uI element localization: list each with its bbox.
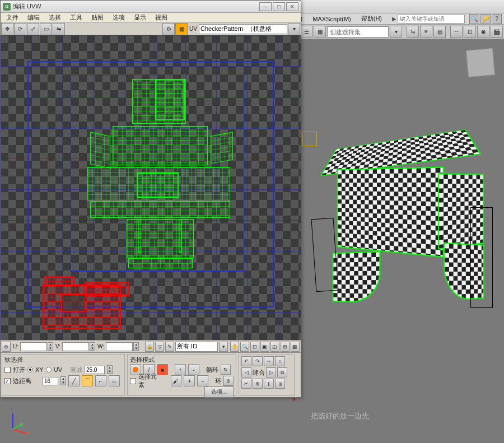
falloff-spinner[interactable]: ▲▼ (107, 365, 113, 374)
show-map-icon[interactable]: ▦ (175, 23, 188, 35)
info-icon[interactable]: ? (492, 14, 502, 24)
uv-selected-shell-window-hole[interactable] (61, 294, 86, 312)
u-input[interactable] (20, 342, 47, 351)
texture-dropdown-arrow-icon[interactable]: ▾ (288, 23, 300, 35)
falloff-linear-icon[interactable]: ╱ (68, 375, 80, 386)
flip-h-icon[interactable]: ↔ (264, 356, 274, 366)
menu-select[interactable]: 选择 (44, 12, 66, 23)
uv-shell-lower[interactable] (127, 219, 194, 258)
loop-button-icon[interactable]: ↻ (221, 365, 231, 375)
scale-tool-icon[interactable]: ⤢ (27, 23, 39, 35)
grid-snap-icon[interactable]: ▦ (291, 342, 300, 352)
paint-select-icon[interactable]: 🖌 (171, 375, 182, 386)
align-v-icon[interactable]: ⫼ (275, 379, 285, 389)
move-tool-icon[interactable]: ✥ (1, 23, 13, 35)
tool-align-icon[interactable]: ≡ (420, 26, 432, 38)
menu-maxscript[interactable]: MAXScript(M) (308, 15, 355, 24)
ring-button-icon[interactable]: ⊚ (223, 376, 234, 386)
options-button[interactable]: 选项... (204, 386, 234, 398)
filter-sel-icon[interactable]: ▽ (155, 342, 164, 352)
stitch-tool-icon[interactable]: ⧉ (277, 367, 287, 377)
stitch-left-icon[interactable]: ◁ (241, 367, 251, 377)
falloff-slow-icon[interactable]: ⌐ (95, 375, 106, 386)
xy-radio[interactable] (27, 367, 33, 372)
tool-curve-editor-icon[interactable]: 〰 (450, 26, 463, 38)
falloff-fast-icon[interactable]: ⌙ (109, 375, 120, 386)
stitch-right-icon[interactable]: ▷ (266, 367, 276, 377)
uv-shell-strut-left[interactable] (138, 219, 141, 253)
zoom-region-icon[interactable]: ⊡ (250, 342, 259, 352)
paint-shrink-icon[interactable]: - (197, 375, 208, 386)
uv-radio[interactable] (46, 367, 52, 372)
menu-texture[interactable]: 贴图 (87, 12, 108, 23)
tool-render-setup-icon[interactable]: 🎬 (491, 26, 503, 38)
w-input[interactable] (106, 342, 133, 351)
lock-sel-icon[interactable]: 🔒 (145, 342, 154, 352)
menu-options[interactable]: 选项 (108, 12, 129, 23)
uv-shell-bumper[interactable] (90, 201, 230, 218)
rotate-ccw-icon[interactable]: ↶ (241, 356, 251, 366)
abs-rel-toggle-icon[interactable]: ⊕ (2, 342, 11, 352)
uv-shell-side-left[interactable] (90, 132, 110, 169)
paint-grow-icon[interactable]: + (184, 375, 195, 386)
edge-dist-checkbox[interactable] (4, 378, 11, 384)
open-checkbox[interactable] (4, 367, 11, 373)
selection-set-dropdown[interactable] (327, 26, 389, 38)
falloff-smooth-icon[interactable]: ⌒ (82, 375, 93, 386)
w-spinner[interactable]: ▲▼ (133, 342, 139, 351)
tool-layers-icon[interactable]: ▤ (433, 26, 446, 38)
menu-display[interactable]: 显示 (129, 12, 151, 23)
binoculars-icon[interactable]: 🔍 (469, 14, 479, 24)
edge-dist-input[interactable] (43, 377, 58, 385)
tool-mirror-icon[interactable]: ⇋ (407, 26, 419, 38)
uv-shell-cab-window[interactable] (155, 79, 185, 120)
texture-dropdown[interactable] (199, 24, 287, 34)
tool-schematic-icon[interactable]: ⊡ (464, 26, 476, 38)
break-icon[interactable]: ✂ (241, 379, 251, 389)
grow-button[interactable]: + (175, 364, 186, 375)
mirror-tool-icon[interactable]: ⇋ (53, 23, 65, 35)
menu-help[interactable]: 帮助(H) (357, 13, 386, 24)
close-button[interactable]: ✕ (286, 2, 298, 11)
uvw-canvas[interactable] (1, 35, 301, 340)
shrink-button[interactable]: - (188, 364, 199, 375)
align-u-icon[interactable]: ⫿ (264, 379, 274, 389)
dropdown-arrow-icon[interactable]: ▾ (390, 26, 402, 38)
freeform-tool-icon[interactable]: ▭ (40, 23, 52, 35)
paint-sel-icon[interactable]: ✎ (165, 342, 174, 352)
tool-material-icon[interactable]: ◉ (477, 26, 489, 38)
tool-sel-filter-icon[interactable]: ▦ (314, 26, 326, 38)
tool-named-sel-icon[interactable]: ☰ (300, 26, 312, 38)
weld-icon[interactable]: ⊕ (253, 379, 263, 389)
menu-file[interactable]: 文件 (2, 12, 23, 23)
menu-view[interactable]: 视图 (151, 12, 172, 23)
uv-shell-side-right[interactable] (211, 132, 233, 164)
zoom-extents-icon[interactable]: ▣ (260, 342, 269, 352)
uv-shell-strut-right[interactable] (179, 219, 182, 253)
falloff-input[interactable] (85, 366, 105, 374)
menu-edit[interactable]: 编辑 (23, 12, 44, 23)
key-icon[interactable]: 🔑 (480, 14, 491, 24)
menu-tool[interactable]: 工具 (66, 12, 87, 23)
rotate-tool-icon[interactable]: ⟳ (14, 23, 26, 35)
options-gear-icon[interactable]: ⚙ (162, 23, 175, 35)
zoom-icon[interactable]: 🔍 (240, 342, 249, 352)
v-spinner[interactable]: ▲▼ (90, 342, 95, 351)
select-element-checkbox[interactable] (130, 378, 136, 384)
maximize-button[interactable]: □ (273, 2, 285, 11)
viewcube[interactable] (466, 48, 495, 77)
u-spinner[interactable]: ▲▼ (48, 342, 53, 351)
uv-shell-bottom[interactable] (128, 258, 193, 268)
material-id-dropdown[interactable] (175, 342, 218, 352)
uvw-titlebar[interactable]: G 编辑 UVW — □ ✕ (1, 1, 301, 13)
pan-icon[interactable]: ✋ (230, 342, 239, 352)
zoom-extents-sel-icon[interactable]: ◫ (270, 342, 279, 352)
id-dropdown-arrow-icon[interactable]: ▾ (219, 342, 228, 352)
v-input[interactable] (62, 342, 89, 351)
edge-dist-spinner[interactable]: ▲▼ (60, 376, 66, 385)
uv-shell-grille[interactable] (137, 172, 179, 198)
minimize-button[interactable]: — (259, 2, 272, 11)
flip-v-icon[interactable]: ↕ (275, 356, 285, 366)
rotate-cw-icon[interactable]: ↷ (253, 356, 263, 366)
search-input[interactable] (398, 15, 465, 24)
